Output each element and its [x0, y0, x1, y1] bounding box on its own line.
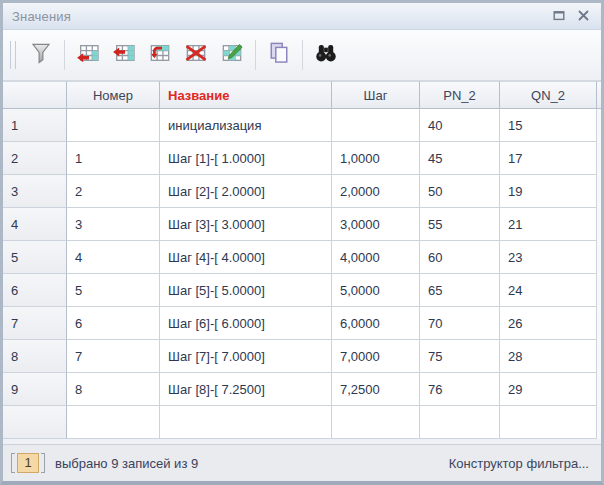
- grid-edit-button[interactable]: [216, 39, 248, 71]
- grid-delete-button[interactable]: [180, 39, 212, 71]
- maximize-button[interactable]: [547, 6, 571, 26]
- grid-arrow-left-teal-icon: [112, 41, 136, 69]
- filter-button[interactable]: [25, 39, 57, 71]
- row-filler: [597, 373, 601, 406]
- cell-step[interactable]: [332, 406, 420, 439]
- cell-step[interactable]: 2,0000: [332, 175, 420, 208]
- cell-step[interactable]: 4,0000: [332, 241, 420, 274]
- cell-number[interactable]: 5: [67, 274, 160, 307]
- cell-step[interactable]: 7,0000: [332, 340, 420, 373]
- cell-number[interactable]: 7: [67, 340, 160, 373]
- cell-qn2[interactable]: 26: [500, 307, 597, 340]
- table-row[interactable]: 65Шаг [5]-[ 5.0000]5,00006524: [3, 274, 601, 307]
- copy-button[interactable]: [263, 39, 295, 71]
- cell-qn2[interactable]: 28: [500, 340, 597, 373]
- table-row[interactable]: 32Шаг [2]-[ 2.0000]2,00005019: [3, 175, 601, 208]
- row-indicator[interactable]: 2: [3, 142, 67, 175]
- cell-qn2[interactable]: 24: [500, 274, 597, 307]
- column-header-number[interactable]: Номер: [67, 81, 160, 109]
- table-row[interactable]: 87Шаг [7]-[ 7.0000]7,00007528: [3, 340, 601, 373]
- grid-arrow-left-teal-button[interactable]: [108, 39, 140, 71]
- cell-pn2[interactable]: 75: [420, 340, 500, 373]
- cell-pn2[interactable]: 45: [420, 142, 500, 175]
- cell-pn2[interactable]: 70: [420, 307, 500, 340]
- cell-step[interactable]: [332, 109, 420, 142]
- table-row[interactable]: 54Шаг [4]-[ 4.0000]4,00006023: [3, 241, 601, 274]
- row-indicator[interactable]: 1: [3, 109, 67, 142]
- row-filler: [597, 109, 601, 142]
- cell-number[interactable]: 3: [67, 208, 160, 241]
- cell-name[interactable]: Шаг [2]-[ 2.0000]: [160, 175, 332, 208]
- cell-qn2[interactable]: 21: [500, 208, 597, 241]
- cell-number[interactable]: 6: [67, 307, 160, 340]
- cell-pn2[interactable]: 76: [420, 373, 500, 406]
- cell-name[interactable]: инициализация: [160, 109, 332, 142]
- column-header-step[interactable]: Шаг: [332, 81, 420, 109]
- cell-pn2[interactable]: 60: [420, 241, 500, 274]
- column-header-qn2[interactable]: QN_2: [500, 81, 597, 109]
- row-indicator[interactable]: 9: [3, 373, 67, 406]
- cell-name[interactable]: Шаг [8]-[ 7.2500]: [160, 373, 332, 406]
- cell-number[interactable]: 4: [67, 241, 160, 274]
- cell-name[interactable]: Шаг [1]-[ 1.0000]: [160, 142, 332, 175]
- cell-name[interactable]: Шаг [4]-[ 4.0000]: [160, 241, 332, 274]
- table-row[interactable]: 76Шаг [6]-[ 6.0000]6,00007026: [3, 307, 601, 340]
- cell-name[interactable]: Шаг [5]-[ 5.0000]: [160, 274, 332, 307]
- bracket-right-icon: [41, 453, 45, 473]
- cell-pn2[interactable]: 55: [420, 208, 500, 241]
- cell-qn2[interactable]: 15: [500, 109, 597, 142]
- row-indicator[interactable]: 3: [3, 175, 67, 208]
- table-row[interactable]: 1инициализация4015: [3, 109, 601, 142]
- cell-step[interactable]: 5,0000: [332, 274, 420, 307]
- row-filler: [597, 208, 601, 241]
- status-badge[interactable]: 1: [17, 453, 39, 473]
- cell-pn2[interactable]: [420, 406, 500, 439]
- row-indicator[interactable]: 7: [3, 307, 67, 340]
- cell-qn2[interactable]: 23: [500, 241, 597, 274]
- values-window: Значения: [0, 0, 604, 485]
- cell-number[interactable]: [67, 109, 160, 142]
- find-button[interactable]: [310, 39, 342, 71]
- toolbar-separator: [255, 40, 256, 70]
- cell-qn2[interactable]: 29: [500, 373, 597, 406]
- column-header-pn2[interactable]: PN_2: [420, 81, 500, 109]
- row-indicator[interactable]: 4: [3, 208, 67, 241]
- column-header-name[interactable]: Название: [160, 81, 332, 109]
- cell-qn2[interactable]: [500, 406, 597, 439]
- cell-number[interactable]: 2: [67, 175, 160, 208]
- cell-step[interactable]: 7,2500: [332, 373, 420, 406]
- cell-step[interactable]: 6,0000: [332, 307, 420, 340]
- toolbar: [3, 30, 601, 81]
- row-indicator[interactable]: 8: [3, 340, 67, 373]
- cell-qn2[interactable]: 17: [500, 142, 597, 175]
- bracket-left-icon: [11, 453, 15, 473]
- cell-qn2[interactable]: 19: [500, 175, 597, 208]
- cell-name[interactable]: Шаг [3]-[ 3.0000]: [160, 208, 332, 241]
- column-header-indicator[interactable]: [3, 81, 67, 109]
- cell-step[interactable]: 1,0000: [332, 142, 420, 175]
- table-row[interactable]: 21Шаг [1]-[ 1.0000]1,00004517: [3, 142, 601, 175]
- cell-name[interactable]: [160, 406, 332, 439]
- filter-builder-link[interactable]: Конструктор фильтра...: [449, 456, 589, 471]
- title-bar[interactable]: Значения: [3, 3, 601, 30]
- cell-pn2[interactable]: 40: [420, 109, 500, 142]
- table-row[interactable]: 43Шаг [3]-[ 3.0000]3,00005521: [3, 208, 601, 241]
- record-indicator[interactable]: 1: [11, 453, 45, 473]
- cell-step[interactable]: 3,0000: [332, 208, 420, 241]
- row-indicator[interactable]: 6: [3, 274, 67, 307]
- cell-name[interactable]: Шаг [6]-[ 6.0000]: [160, 307, 332, 340]
- table-row[interactable]: [3, 406, 601, 439]
- table-row[interactable]: 98Шаг [8]-[ 7.2500]7,25007629: [3, 373, 601, 406]
- grid-arrow-left-button[interactable]: [72, 39, 104, 71]
- cell-pn2[interactable]: 65: [420, 274, 500, 307]
- row-indicator[interactable]: 5: [3, 241, 67, 274]
- cell-number[interactable]: 8: [67, 373, 160, 406]
- cell-name[interactable]: Шаг [7]-[ 7.0000]: [160, 340, 332, 373]
- cell-number[interactable]: 1: [67, 142, 160, 175]
- grid-curved-arrow-button[interactable]: [144, 39, 176, 71]
- row-indicator[interactable]: [3, 406, 67, 439]
- cell-number[interactable]: [67, 406, 160, 439]
- cell-pn2[interactable]: 50: [420, 175, 500, 208]
- close-button[interactable]: [571, 6, 595, 26]
- toolbar-grip[interactable]: [10, 41, 16, 69]
